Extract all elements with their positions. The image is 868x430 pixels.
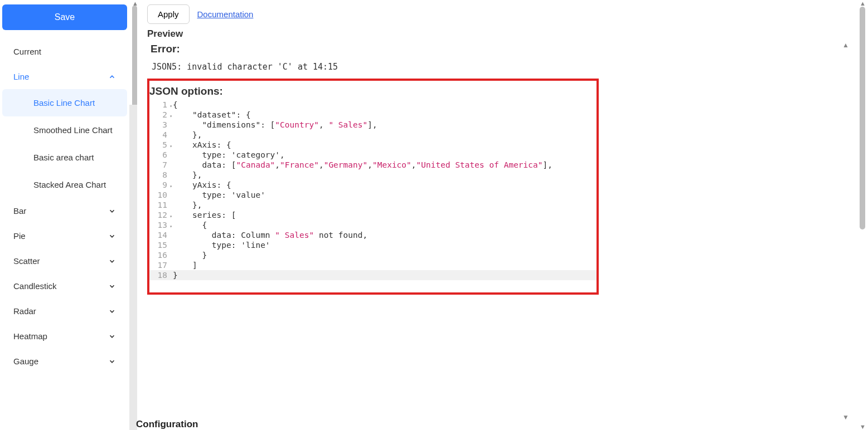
line-number: 1▾ <box>149 100 173 110</box>
sidebar-item-current[interactable]: Current <box>2 39 127 64</box>
sidebar-item-line-sub[interactable]: Basic area chart <box>2 144 127 171</box>
sidebar-group-radar[interactable]: Radar <box>2 299 127 324</box>
code-line[interactable]: data: ["Canada","France","Germany","Mexi… <box>173 160 552 170</box>
sidebar-group-candlestick[interactable]: Candlestick <box>2 273 127 299</box>
line-number: 7 <box>149 160 173 170</box>
line-number: 18 <box>149 270 173 280</box>
line-number: 12▾ <box>149 210 173 220</box>
line-number: 11 <box>149 200 173 210</box>
code-editor[interactable]: 1▾{2▾ "dataset": {3 "dimensions": ["Coun… <box>149 100 597 280</box>
line-number: 3 <box>149 120 173 130</box>
sidebar-item-label: Radar <box>13 306 36 316</box>
code-line[interactable]: series: [ <box>173 210 236 220</box>
code-line[interactable]: "dimensions": ["Country", " Sales"], <box>173 120 377 130</box>
sidebar-item-label: Current <box>13 47 41 56</box>
chevron-down-icon <box>108 307 116 315</box>
chevron-down-icon <box>108 257 116 265</box>
chevron-down-icon <box>108 282 116 290</box>
code-line[interactable]: ] <box>173 260 197 270</box>
chevron-down-icon <box>108 333 116 340</box>
sidebar-group-bar[interactable]: Bar <box>2 198 127 223</box>
documentation-link[interactable]: Documentation <box>197 9 254 19</box>
code-line[interactable]: } <box>173 250 207 260</box>
sidebar-group-pie[interactable]: Pie <box>2 223 127 248</box>
code-line[interactable]: type: 'category', <box>173 150 285 160</box>
sidebar-item-label: Line <box>13 72 29 81</box>
inner-scroll-up-icon[interactable]: ▲ <box>842 41 849 49</box>
sidebar-item-label: Bar <box>13 206 26 216</box>
line-number: 9▾ <box>149 180 173 190</box>
line-number: 16 <box>149 250 173 260</box>
code-line[interactable]: type: 'value' <box>173 190 265 200</box>
sidebar-group-heatmap[interactable]: Heatmap <box>2 324 127 349</box>
sidebar-item-line-sub[interactable]: Smoothed Line Chart <box>2 116 127 144</box>
sidebar-item-label: Gauge <box>13 356 38 366</box>
page-scrollbar[interactable]: ▲ ▼ <box>858 0 867 430</box>
save-button[interactable]: Save <box>2 4 127 30</box>
code-line[interactable]: type: 'line' <box>173 240 270 250</box>
line-number: 10 <box>149 190 173 200</box>
sidebar-item-label: Pie <box>13 231 26 241</box>
code-line[interactable]: { <box>173 220 207 230</box>
code-line[interactable]: }, <box>173 200 202 210</box>
code-line[interactable]: yAxis: { <box>173 180 231 190</box>
error-message: JSON5: invalid character 'C' at 14:15 <box>152 62 857 72</box>
line-number: 15 <box>149 240 173 250</box>
sidebar-group-gauge[interactable]: Gauge <box>2 349 127 374</box>
json-options-heading: JSON options: <box>149 85 597 97</box>
editor-chrome <box>129 105 137 430</box>
error-heading: Error: <box>151 43 857 55</box>
code-line[interactable]: data: Column " Sales" not found, <box>173 230 367 240</box>
line-number: 5▾ <box>149 140 173 150</box>
code-line[interactable]: "dataset": { <box>173 110 251 120</box>
configuration-heading: Configuration <box>136 419 198 430</box>
main-content: Apply Documentation Preview Error: JSON5… <box>129 0 868 430</box>
scroll-arrow-down-icon[interactable]: ▼ <box>860 423 866 430</box>
code-line[interactable]: xAxis: { <box>173 140 231 150</box>
sidebar-item-label: Scatter <box>13 256 40 266</box>
code-line[interactable]: { <box>173 100 178 110</box>
preview-heading: Preview <box>147 28 857 40</box>
inner-scroll-down-icon[interactable]: ▼ <box>842 413 849 421</box>
scroll-thumb[interactable] <box>860 7 865 229</box>
sidebar-group-scatter[interactable]: Scatter <box>2 248 127 273</box>
line-number: 17 <box>149 260 173 270</box>
code-line[interactable]: }, <box>173 170 202 180</box>
sidebar: Save Current Line Basic Line ChartSmooth… <box>0 0 129 430</box>
sidebar-group-line[interactable]: Line <box>2 64 127 89</box>
sidebar-item-line-sub[interactable]: Stacked Area Chart <box>2 171 127 198</box>
scroll-arrow-up-icon[interactable]: ▲ <box>860 0 866 7</box>
sidebar-item-line-sub[interactable]: Basic Line Chart <box>2 89 127 116</box>
sidebar-item-label: Heatmap <box>13 331 47 341</box>
chevron-down-icon <box>108 232 116 240</box>
code-line[interactable]: }, <box>173 130 202 140</box>
line-number: 14 <box>149 230 173 240</box>
code-line[interactable]: } <box>173 270 178 280</box>
chevron-up-icon <box>108 73 116 81</box>
sidebar-item-label: Candlestick <box>13 281 57 291</box>
apply-button[interactable]: Apply <box>147 4 190 24</box>
line-number: 6 <box>149 150 173 160</box>
json-options-block: JSON options: 1▾{2▾ "dataset": {3 "dimen… <box>147 79 599 295</box>
line-number: 13▾ <box>149 220 173 230</box>
chevron-down-icon <box>108 358 116 365</box>
line-number: 2▾ <box>149 110 173 120</box>
line-number: 8 <box>149 170 173 180</box>
line-number: 4 <box>149 130 173 140</box>
chevron-down-icon <box>108 207 116 215</box>
